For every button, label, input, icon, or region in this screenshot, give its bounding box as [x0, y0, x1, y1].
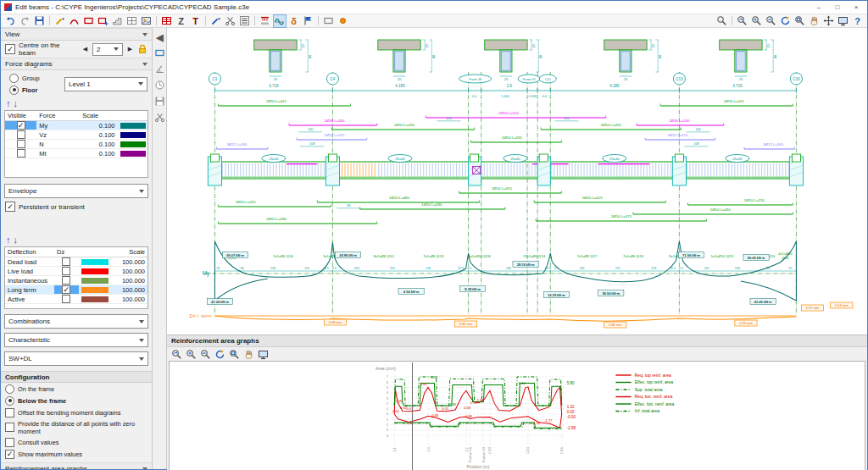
- visible-checkbox[interactable]: [17, 121, 25, 130]
- reorder-arrows-deflection[interactable]: ↑↓: [1, 234, 152, 246]
- search-icon[interactable]: [715, 14, 729, 28]
- consult-point-icon[interactable]: [337, 14, 350, 28]
- force-color-swatch[interactable]: [120, 141, 146, 147]
- force-row-Vz[interactable]: Vz0.100: [5, 130, 147, 140]
- save-view-icon[interactable]: [153, 94, 166, 108]
- centre-on-beam-checkbox[interactable]: [5, 44, 15, 54]
- beam-number-select[interactable]: 2: [92, 43, 123, 56]
- visible-checkbox[interactable]: [17, 149, 25, 158]
- checkbox[interactable]: [5, 423, 14, 432]
- save-icon[interactable]: [33, 14, 47, 28]
- zoom-previous-icon[interactable]: [170, 347, 184, 361]
- zoom-window-icon[interactable]: [793, 14, 807, 28]
- config-check-provide-the-distance[interactable]: Provide the distance of all points with …: [1, 418, 152, 436]
- dz-checkbox[interactable]: [62, 257, 70, 266]
- deflection-row-active[interactable]: Active100.000: [5, 295, 147, 304]
- zoom-out-icon[interactable]: [765, 14, 778, 28]
- force-row-My[interactable]: My0.100: [5, 121, 147, 130]
- radio-floor-radio[interactable]: [9, 86, 19, 95]
- edit-frame-icon[interactable]: [322, 14, 336, 28]
- radio-below-the-frame-radio[interactable]: [5, 396, 14, 406]
- close-button[interactable]: ×: [847, 2, 865, 13]
- combo-characteristic[interactable]: Characteristic: [4, 333, 148, 347]
- dz-checkbox[interactable]: [62, 267, 70, 275]
- drawings-icon[interactable]: [302, 14, 315, 28]
- clock-tool-icon[interactable]: [153, 78, 166, 91]
- zoom-all-icon[interactable]: [750, 14, 764, 28]
- text-sizes-icon[interactable]: T: [189, 14, 203, 28]
- zoom-previous-icon[interactable]: [736, 14, 749, 28]
- envelope-select[interactable]: Envelope: [4, 184, 148, 198]
- deflection-scale[interactable]: 100.000: [112, 277, 147, 285]
- force-color-swatch[interactable]: [120, 151, 146, 157]
- config-check-show-maximum-values[interactable]: Show maximum values: [1, 448, 152, 460]
- next-beam-button[interactable]: ▶: [126, 46, 134, 53]
- report-icon[interactable]: [238, 14, 252, 28]
- force-row-N[interactable]: N0.100: [5, 140, 147, 149]
- divide-icon[interactable]: [224, 14, 237, 28]
- dz-checkbox[interactable]: [62, 276, 70, 285]
- reorder-arrows[interactable]: ↑↓: [1, 97, 152, 109]
- deflection-row-long-term[interactable]: Long term100.000: [5, 285, 147, 295]
- minimize-button[interactable]: –: [810, 2, 828, 13]
- force-color-swatch[interactable]: [120, 132, 146, 138]
- view-section-header[interactable]: View: [1, 28, 152, 41]
- zoom-all-icon[interactable]: [185, 347, 198, 361]
- tables-icon[interactable]: [160, 14, 174, 28]
- z-sections-icon[interactable]: Z: [175, 14, 188, 28]
- copy-beam-icon[interactable]: [140, 14, 153, 28]
- zoom-window-icon[interactable]: [228, 347, 242, 361]
- loads-icon[interactable]: [259, 14, 272, 28]
- checkbox[interactable]: [5, 438, 14, 447]
- cut-tool-icon[interactable]: [153, 110, 166, 124]
- sloped-beam-icon[interactable]: [111, 14, 125, 28]
- curved-beam-icon[interactable]: [68, 14, 81, 28]
- force-row-Mt[interactable]: Mt0.100: [5, 149, 147, 158]
- edit-beam-icon[interactable]: [53, 14, 67, 28]
- persistent-checkbox[interactable]: [5, 202, 15, 212]
- capture-icon[interactable]: [257, 347, 270, 361]
- combo-sw-dl[interactable]: SW+DL: [4, 351, 148, 366]
- help-icon[interactable]: ?: [851, 14, 865, 28]
- pan-icon[interactable]: [242, 347, 256, 361]
- redraw-icon[interactable]: [779, 14, 793, 28]
- redraw-icon[interactable]: [214, 347, 227, 361]
- deflection-scale[interactable]: 100.000: [112, 296, 147, 303]
- deflection-icon[interactable]: δ: [287, 14, 301, 28]
- deflection-row-instantaneous[interactable]: Instantaneous100.000: [5, 276, 147, 285]
- radio-floor[interactable]: Floor: [5, 84, 64, 96]
- deflection-scale[interactable]: 100.000: [112, 268, 147, 275]
- force-color-swatch[interactable]: [120, 123, 146, 129]
- previous-beam-button[interactable]: ◀: [81, 46, 89, 53]
- assign-icon[interactable]: [209, 14, 223, 28]
- force-scale[interactable]: 0.100: [80, 141, 117, 148]
- visible-checkbox[interactable]: [17, 140, 25, 148]
- dz-checkbox[interactable]: [62, 285, 70, 294]
- deflection-scale[interactable]: 100.000: [112, 286, 147, 294]
- section-box-icon[interactable]: [153, 46, 166, 59]
- deflection-color-swatch[interactable]: [81, 287, 108, 293]
- radio-below-the-frame[interactable]: Below the frame: [1, 395, 152, 406]
- force-scale[interactable]: 0.100: [80, 131, 117, 139]
- radio-group[interactable]: Group: [5, 72, 64, 84]
- reinf-graphs-section-header[interactable]: Reinforcement area graphs: [1, 462, 152, 469]
- delete-beam-icon[interactable]: [82, 14, 96, 28]
- radio-on-the-frame[interactable]: On the frame: [1, 383, 152, 395]
- radio-on-the-frame-radio[interactable]: [5, 384, 14, 394]
- depth-grid-icon[interactable]: [125, 14, 139, 28]
- undo-icon[interactable]: [4, 14, 18, 28]
- radio-group-radio[interactable]: [9, 74, 19, 83]
- force-scale[interactable]: 0.100: [80, 150, 117, 158]
- force-scale[interactable]: 0.100: [80, 122, 117, 130]
- pan-icon[interactable]: [808, 14, 821, 28]
- force-diagrams-section-header[interactable]: Force diagrams: [1, 58, 152, 70]
- deflection-color-swatch[interactable]: [81, 278, 108, 284]
- checkbox[interactable]: [5, 408, 14, 417]
- deflection-color-swatch[interactable]: [81, 296, 108, 302]
- visible-checkbox[interactable]: [17, 130, 25, 139]
- lock-icon[interactable]: [137, 44, 147, 54]
- config-check-offset-the-bending[interactable]: Offset the bending moment diagrams: [1, 406, 152, 418]
- reinforcement-area-chart[interactable]: 765432101234C1C4C7Frame 48Frame 49C10C13…: [169, 361, 865, 470]
- beam-drawing-canvas[interactable]: 3.7164.1852.64.1853.7160.41.4640.3360.4C…: [167, 28, 867, 335]
- dz-checkbox[interactable]: [62, 295, 70, 303]
